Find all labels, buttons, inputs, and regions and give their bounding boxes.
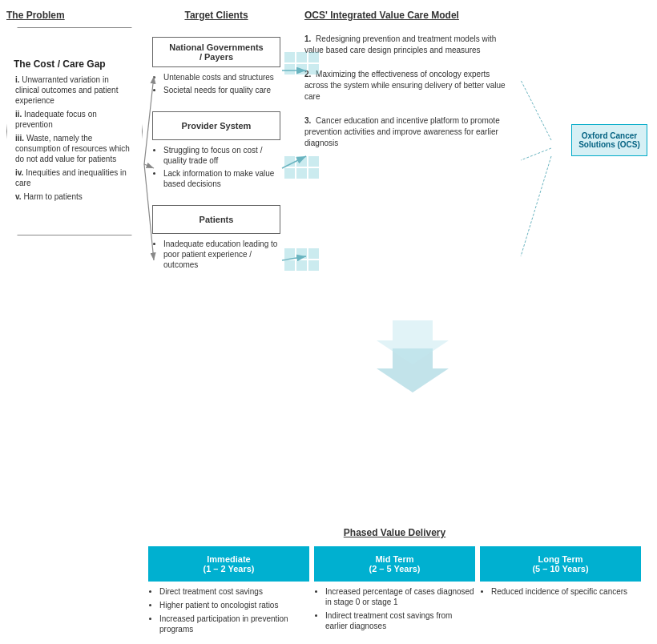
ocs-title: OCS' Integrated Value Care Model bbox=[304, 10, 513, 21]
provider-bullet-2: Lack information to make value based dec… bbox=[163, 168, 280, 189]
teal-grid-1 bbox=[284, 52, 319, 74]
ocs-item-3: 3. Cancer education and incentive platfo… bbox=[304, 115, 513, 149]
svg-line-8 bbox=[521, 80, 551, 140]
phased-title: Phased Value Delivery bbox=[148, 527, 641, 538]
cost-gap-item-2: ii. Inadequate focus on prevention bbox=[14, 109, 132, 130]
longterm-bullets: Reduced incidence of specific cancers bbox=[480, 586, 641, 597]
immediate-bullets: Direct treatment cost savings Higher pat… bbox=[148, 586, 309, 634]
payers-bullet-2: Societal needs for quality care bbox=[163, 85, 280, 95]
cost-gap-hexagon: The Cost / Care Gap i. Unwarranted varia… bbox=[6, 27, 143, 235]
cost-gap-item-3: iii. Waste, namely the consumption of re… bbox=[14, 133, 132, 164]
midterm-bullets: Increased percentage of cases diagnosed … bbox=[314, 586, 475, 631]
cost-gap-item-5: v. Harm to patients bbox=[14, 191, 132, 202]
midterm-bullet-2: Indirect treatment cost savings from ear… bbox=[325, 610, 475, 631]
teal-grid-2 bbox=[284, 156, 319, 179]
client-box-payers: National Governments/ Payers bbox=[152, 37, 280, 67]
ocs-box: Oxford Cancer Solutions (OCS) bbox=[571, 124, 647, 156]
target-title: Target Clients bbox=[152, 10, 280, 21]
cost-gap-item-1: i. Unwarranted variation in clinical out… bbox=[14, 74, 132, 106]
patients-bullets: Inadequate education leading to poor pat… bbox=[152, 239, 280, 270]
svg-marker-12 bbox=[377, 320, 449, 364]
problem-panel: The Problem The Cost / Care Gap i. Unwar… bbox=[6, 10, 143, 235]
immediate-bullet-3: Increased participation in prevention pr… bbox=[159, 614, 309, 634]
phased-col-immediate: Immediate(1 – 2 Years) Direct treatment … bbox=[148, 546, 309, 638]
phased-header-midterm: Mid Term(2 – 5 Years) bbox=[314, 546, 475, 582]
client-box-patients: Patients bbox=[152, 205, 280, 234]
phased-col-longterm: Long Term(5 – 10 Years) Reduced incidenc… bbox=[480, 546, 641, 638]
diagram-container: The Problem The Cost / Care Gap i. Unwar… bbox=[0, 0, 657, 644]
immediate-bullet-2: Higher patient to oncologist ratios bbox=[159, 600, 309, 610]
teal-grid-3 bbox=[284, 248, 319, 271]
patients-bullet-1: Inadequate education leading to poor pat… bbox=[163, 239, 280, 270]
problem-title: The Problem bbox=[6, 10, 143, 21]
cost-gap-item-4: iv. Inequities and inequalities in care bbox=[14, 167, 132, 188]
payers-bullets: Untenable costs and structures Societal … bbox=[152, 72, 280, 95]
immediate-bullet-1: Direct treatment cost savings bbox=[159, 586, 309, 597]
svg-line-10 bbox=[521, 156, 551, 256]
phased-section: Phased Value Delivery Immediate(1 – 2 Ye… bbox=[148, 527, 641, 638]
ocs-item-2: 2. Maximizing the effectiveness of oncol… bbox=[304, 69, 513, 103]
ocs-item-1: 1. Redesigning prevention and treatment … bbox=[304, 34, 513, 56]
provider-bullets: Struggling to focus on cost / quality tr… bbox=[152, 145, 280, 189]
ocs-panel: OCS' Integrated Value Care Model 1. Rede… bbox=[304, 10, 513, 162]
phased-col-midterm: Mid Term(2 – 5 Years) Increased percenta… bbox=[314, 546, 475, 638]
phased-header-longterm: Long Term(5 – 10 Years) bbox=[480, 546, 641, 582]
provider-bullet-1: Struggling to focus on cost / quality tr… bbox=[163, 145, 280, 166]
longterm-bullet-1: Reduced incidence of specific cancers bbox=[491, 586, 641, 597]
target-panel: Target Clients National Governments/ Pay… bbox=[152, 10, 280, 286]
cost-gap-title: The Cost / Care Gap bbox=[14, 58, 132, 70]
payers-bullet-1: Untenable costs and structures bbox=[163, 72, 280, 83]
client-box-provider: Provider System bbox=[152, 111, 280, 140]
cost-gap-list: i. Unwarranted variation in clinical out… bbox=[14, 74, 132, 205]
phased-columns: Immediate(1 – 2 Years) Direct treatment … bbox=[148, 546, 641, 638]
midterm-bullet-1: Increased percentage of cases diagnosed … bbox=[325, 586, 475, 607]
phased-header-immediate: Immediate(1 – 2 Years) bbox=[148, 546, 309, 582]
svg-marker-11 bbox=[377, 348, 449, 392]
svg-line-9 bbox=[521, 148, 551, 160]
